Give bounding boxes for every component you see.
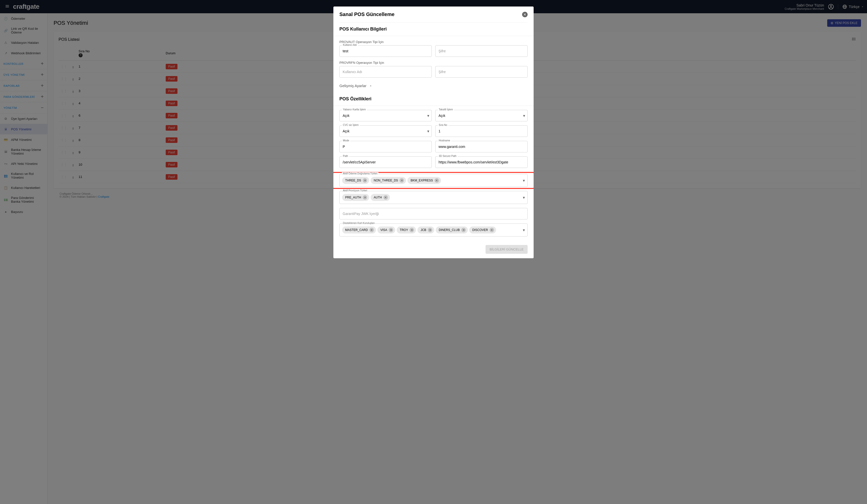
chip-remove-icon[interactable]: ✕ bbox=[461, 228, 466, 232]
chip-remove-icon[interactable]: ✕ bbox=[399, 178, 404, 183]
sira-label: Sıra No bbox=[438, 124, 448, 126]
section-user-info: POS Kullanıcı Bilgileri bbox=[333, 22, 534, 36]
jwk-input[interactable] bbox=[339, 208, 528, 219]
chip-label: THREE_DS bbox=[345, 179, 361, 182]
chip-remove-icon[interactable]: ✕ bbox=[384, 195, 388, 200]
close-button[interactable]: ✕ bbox=[522, 12, 528, 17]
update-button[interactable]: BİLGİLERİ GÜNCELLE bbox=[485, 245, 528, 254]
chip: JCB✕ bbox=[417, 226, 434, 234]
chip-label: AUTH bbox=[374, 196, 382, 199]
chip-label: TROY bbox=[400, 228, 408, 232]
modal-title: Sanal POS Güncelleme bbox=[339, 11, 395, 17]
hostname-label: Hostname bbox=[438, 139, 451, 142]
foreign-card-select[interactable] bbox=[339, 110, 432, 121]
provrfn-password-input[interactable] bbox=[435, 66, 528, 77]
username-float-label: Kullanıcı Adı bbox=[342, 44, 358, 46]
advanced-toggle[interactable]: Gelişmiş Ayarlar bbox=[333, 82, 534, 92]
chip-remove-icon[interactable]: ✕ bbox=[428, 228, 432, 232]
chip: NON_THREE_DS✕ bbox=[371, 177, 406, 184]
chip-label: NON_THREE_DS bbox=[374, 179, 398, 182]
secure-path-label: 3D Secure Path bbox=[438, 155, 458, 158]
chip: AUTH✕ bbox=[371, 194, 390, 201]
chip: BKM_EXPRESS✕ bbox=[407, 177, 441, 184]
provision-multiselect[interactable]: PRE_AUTH✕AUTH✕▾ bbox=[339, 191, 528, 204]
chip-remove-icon[interactable]: ✕ bbox=[490, 228, 494, 232]
chevron-down-icon: ▾ bbox=[523, 195, 525, 200]
installment-select[interactable] bbox=[435, 110, 528, 121]
secure-path-input[interactable] bbox=[435, 157, 528, 168]
path-input[interactable] bbox=[339, 157, 432, 168]
chip-label: DINERS_CLUB bbox=[439, 228, 460, 232]
close-icon: ✕ bbox=[523, 12, 526, 17]
hostname-input[interactable] bbox=[435, 141, 528, 152]
provrfn-username-input[interactable] bbox=[339, 66, 432, 77]
modal: Sanal POS Güncelleme ✕ POS Kullanıcı Bil… bbox=[333, 7, 534, 258]
provaut-username-input[interactable] bbox=[339, 45, 432, 57]
chip-label: PRE_AUTH bbox=[345, 196, 361, 199]
chevron-down-icon: ▾ bbox=[427, 129, 429, 133]
chip: DINERS_CLUB✕ bbox=[436, 226, 468, 234]
sira-input[interactable] bbox=[435, 125, 528, 137]
provaut-password-input[interactable] bbox=[435, 45, 528, 57]
path-label: Path bbox=[342, 155, 349, 158]
chip-remove-icon[interactable]: ✕ bbox=[363, 195, 367, 200]
chip-label: DISCOVER bbox=[472, 228, 488, 232]
modal-overlay: Sanal POS Güncelleme ✕ POS Kullanıcı Bil… bbox=[0, 0, 867, 504]
chip-remove-icon[interactable]: ✕ bbox=[363, 178, 367, 183]
installment-label: Taksitli İşlem bbox=[438, 108, 454, 111]
chevron-down-icon: ▾ bbox=[523, 178, 525, 183]
chip-label: VISA bbox=[381, 228, 387, 232]
chevron-up-icon bbox=[369, 84, 372, 88]
chip: DISCOVER✕ bbox=[469, 226, 496, 234]
foreign-card-label: Yabancı Kartla İşlem bbox=[342, 108, 367, 111]
chip: MASTER_CARD✕ bbox=[342, 226, 376, 234]
chip: THREE_DS✕ bbox=[342, 177, 369, 184]
provaut-label: PROVAUT Operasyon Tipi İçin bbox=[339, 40, 528, 44]
chip: PRE_AUTH✕ bbox=[342, 194, 369, 201]
cvcless-label: CVC siz İşlem bbox=[342, 124, 360, 126]
section-props: POS Özellikleri bbox=[333, 92, 534, 106]
chevron-down-icon: ▾ bbox=[523, 228, 525, 233]
chevron-down-icon: ▾ bbox=[427, 114, 429, 118]
chip-remove-icon[interactable]: ✕ bbox=[389, 228, 393, 232]
chevron-down-icon: ▾ bbox=[523, 114, 525, 118]
chip-remove-icon[interactable]: ✕ bbox=[435, 178, 439, 183]
cvcless-select[interactable] bbox=[339, 125, 432, 137]
provrfn-label: PROVRFN Operasyon Tipi İçin bbox=[339, 61, 528, 65]
chip-label: BKM_EXPRESS bbox=[410, 179, 433, 182]
verification-highlight: Aktif Ödeme Doğrulama Türleri THREE_DS✕N… bbox=[333, 172, 534, 189]
advanced-label: Gelişmiş Ayarlar bbox=[339, 84, 366, 88]
chip: TROY✕ bbox=[397, 226, 416, 234]
mode-input[interactable] bbox=[339, 141, 432, 152]
chip-remove-icon[interactable]: ✕ bbox=[370, 228, 374, 232]
verification-multiselect[interactable]: THREE_DS✕NON_THREE_DS✕BKM_EXPRESS✕▾ bbox=[339, 174, 528, 187]
chip-remove-icon[interactable]: ✕ bbox=[409, 228, 414, 232]
cards-multiselect[interactable]: MASTER_CARD✕VISA✕TROY✕JCB✕DINERS_CLUB✕DI… bbox=[339, 224, 528, 236]
mode-label: Mode bbox=[342, 139, 350, 142]
chip-label: JCB bbox=[420, 228, 426, 232]
chip: VISA✕ bbox=[377, 226, 395, 234]
chip-label: MASTER_CARD bbox=[345, 228, 368, 232]
